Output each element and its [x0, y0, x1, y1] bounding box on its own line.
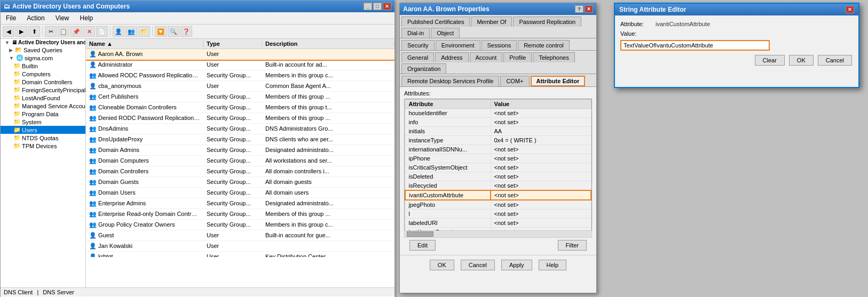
- tree-ntdsquotas[interactable]: 📁 NTDS Quotas: [1, 134, 85, 142]
- clear-button[interactable]: Clear: [755, 55, 785, 66]
- tree-lostandfound[interactable]: 📁 LostAndFound: [1, 94, 85, 102]
- tab-attribute-editor[interactable]: Attribute Editor: [531, 76, 586, 86]
- tab-object[interactable]: Object: [431, 28, 460, 38]
- ad-minimize-btn[interactable]: _: [364, 3, 372, 10]
- tree-sigma[interactable]: ▼ 🌐 sigma.com: [1, 54, 85, 62]
- attr-row-critical[interactable]: isCriticalSystemObject <not set>: [405, 163, 591, 172]
- list-row-aaron[interactable]: 👤 Aaron AA. Brown User: [86, 49, 394, 60]
- list-row-domainusers[interactable]: 👥 Domain Users Security Group... All dom…: [86, 188, 394, 198]
- attr-row-isrecycled[interactable]: isRecycled <not set>: [405, 181, 591, 191]
- tree-tpm[interactable]: 📁 TPM Devices: [1, 142, 85, 150]
- tree-saved-queries[interactable]: ▶ 📂 Saved Queries: [1, 46, 85, 54]
- attr-row-labelduri[interactable]: labeledURI <not set>: [405, 219, 591, 228]
- props-help-btn[interactable]: Help: [539, 260, 567, 270]
- props-close-btn[interactable]: ✕: [585, 5, 593, 13]
- tb-cut[interactable]: ✂: [45, 26, 57, 37]
- dialog-close-btn[interactable]: ✕: [846, 6, 854, 13]
- list-row-denied-rodc[interactable]: 👥 Denied RODC Password Replication Group…: [86, 113, 394, 124]
- col-header-type[interactable]: Type: [203, 41, 262, 47]
- tab-complus[interactable]: COM+: [500, 76, 529, 86]
- list-row-dnsproxy[interactable]: 👥 DnsUpdateProxy Security Group... DNS c…: [86, 134, 394, 145]
- tab-profile[interactable]: Profile: [503, 52, 532, 62]
- tree-programdata[interactable]: 📁 Program Data: [1, 110, 85, 118]
- attr-row-initials[interactable]: initials AA: [405, 127, 591, 136]
- menu-file[interactable]: File: [3, 13, 19, 23]
- list-row-dnsadmins[interactable]: 👥 DnsAdmins Security Group... DNS Admini…: [86, 124, 394, 134]
- menu-view[interactable]: View: [52, 13, 73, 23]
- attr-row-isdeleted[interactable]: isDeleted <not set>: [405, 172, 591, 181]
- list-row-administrator[interactable]: 👤 Administrator User Built-in account fo…: [86, 60, 394, 70]
- tb-search[interactable]: 🔍: [168, 26, 179, 37]
- tab-published-certs[interactable]: Published Certificates: [401, 17, 470, 27]
- attr-hscroll[interactable]: [404, 230, 592, 238]
- props-cancel-btn[interactable]: Cancel: [461, 260, 495, 270]
- tree-fsp[interactable]: 📁 ForeignSecurityPrincipal...: [1, 86, 85, 94]
- tab-dial-in[interactable]: Dial-in: [401, 28, 430, 38]
- list-row-domaincontrollers[interactable]: 👥 Domain Controllers Security Group... A…: [86, 166, 394, 177]
- tab-rdsp[interactable]: Remote Desktop Services Profile: [401, 76, 499, 86]
- tab-organization[interactable]: Organization: [401, 63, 446, 74]
- tree-users[interactable]: 📁 Users: [1, 126, 85, 134]
- tb-back[interactable]: ◀: [3, 26, 14, 37]
- tab-account[interactable]: Account: [470, 52, 503, 62]
- attr-row-instancetype[interactable]: instanceType 0x4 = ( WRITE ): [405, 136, 591, 145]
- tb-filter[interactable]: 🔽: [155, 26, 167, 37]
- list-row-jan[interactable]: 👤 Jan Kowalski User: [86, 241, 394, 252]
- ok-button[interactable]: OK: [789, 55, 814, 66]
- tab-telephones[interactable]: Telephones: [533, 52, 574, 62]
- cancel-button[interactable]: Cancel: [818, 55, 852, 66]
- attr-row-isdn[interactable]: internationalISDNNu... <not set>: [405, 145, 591, 154]
- attr-row-ivanti[interactable]: ivantiCustomAttrbute <not set>: [405, 190, 591, 200]
- list-row-krbtgt[interactable]: 👤 krbtgt User Key Distribution Center ..…: [86, 252, 394, 257]
- attr-row-info[interactable]: info <not set>: [405, 118, 591, 127]
- tab-sessions[interactable]: Sessions: [482, 40, 517, 50]
- attr-row-l[interactable]: l <not set>: [405, 210, 591, 219]
- tb-up[interactable]: ⬆: [28, 26, 40, 37]
- list-row-domainadmins[interactable]: 👥 Domain Admins Security Group... Design…: [86, 145, 394, 156]
- props-help-btn[interactable]: ?: [575, 5, 583, 13]
- tb-delete[interactable]: ✕: [83, 26, 95, 37]
- tb-new-ou[interactable]: 📁: [138, 26, 150, 37]
- tb-props[interactable]: 📄: [96, 26, 108, 37]
- col-header-desc[interactable]: Description: [262, 41, 394, 47]
- tree-root[interactable]: ▼ 🖥 Active Directory Users and Com...: [1, 39, 85, 46]
- attr-table-container[interactable]: Attribute Value houseIdentifier <not set…: [404, 99, 592, 231]
- tab-environment[interactable]: Environment: [436, 40, 480, 50]
- tb-new-group[interactable]: 👥: [125, 26, 137, 37]
- tab-password-replication[interactable]: Password Replication: [513, 17, 581, 27]
- tb-new-user[interactable]: 👤: [113, 26, 124, 37]
- ad-maximize-btn[interactable]: □: [373, 3, 382, 10]
- filter-button[interactable]: Filter: [558, 240, 587, 251]
- tb-copy[interactable]: 📋: [58, 26, 69, 37]
- tab-remote-control[interactable]: Remote control: [518, 40, 570, 50]
- value-input[interactable]: [620, 40, 770, 51]
- menu-help[interactable]: Help: [77, 13, 97, 23]
- attr-row-ipphone[interactable]: ipPhone <not set>: [405, 154, 591, 163]
- list-row-domainguests[interactable]: 👥 Domain Guests Security Group... All do…: [86, 177, 394, 188]
- tree-dc[interactable]: 📁 Domain Controllers: [1, 78, 85, 86]
- list-row-cert[interactable]: 👥 Cert Publishers Security Group... Memb…: [86, 92, 394, 102]
- tab-general[interactable]: General: [401, 52, 434, 62]
- list-row-gpco[interactable]: 👥 Group Policy Creator Owners Security G…: [86, 220, 394, 230]
- props-ok-btn[interactable]: OK: [430, 260, 454, 270]
- list-row-cba[interactable]: 👤 cba_anonymous User Common Base Agent A…: [86, 81, 394, 92]
- tree-system[interactable]: 📁 System: [1, 118, 85, 126]
- list-row-erdcs[interactable]: 👥 Enterprise Read-only Domain Controller…: [86, 209, 394, 220]
- list-row-cloneable[interactable]: 👥 Cloneable Domain Controllers Security …: [86, 102, 394, 113]
- menu-action[interactable]: Action: [23, 13, 48, 23]
- col-header-name[interactable]: Name ▲: [86, 41, 203, 47]
- list-row-allowed-rodc[interactable]: 👥 Allowed RODC Password Replication Grou…: [86, 70, 394, 81]
- tab-address[interactable]: Address: [435, 52, 468, 62]
- tab-member-of[interactable]: Member Of: [471, 17, 512, 27]
- tb-forward[interactable]: ▶: [15, 26, 27, 37]
- attr-row-jpeg[interactable]: jpegPhoto <not set>: [405, 200, 591, 210]
- edit-button[interactable]: Edit: [409, 240, 436, 251]
- ad-close-btn[interactable]: ✕: [383, 3, 391, 10]
- tb-paste[interactable]: 📌: [70, 26, 82, 37]
- tab-security[interactable]: Security: [401, 40, 435, 50]
- tb-help[interactable]: ❓: [180, 26, 192, 37]
- tree-builtin[interactable]: 📁 Builtin: [1, 62, 85, 70]
- attr-row-houseid[interactable]: houseIdentifier <not set>: [405, 109, 591, 118]
- tree-msa[interactable]: 📁 Managed Service Accou...: [1, 102, 85, 110]
- list-row-guest[interactable]: 👤 Guest User Built-in account for gue...: [86, 230, 394, 241]
